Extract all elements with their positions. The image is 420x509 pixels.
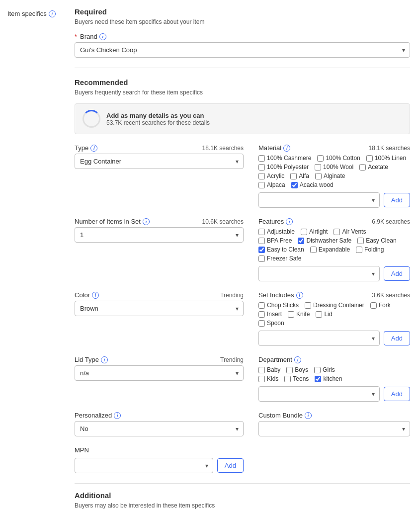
features-add-button[interactable]: Add <box>384 266 410 281</box>
mpn-select-wrapper <box>75 458 213 473</box>
feature-cb-freezersafe[interactable]: Freezer Safe <box>258 255 301 262</box>
material-cb-wool[interactable]: 100% Wool <box>315 164 353 170</box>
feature-cb-folding[interactable]: Folding <box>356 246 384 253</box>
brand-select[interactable]: Gui's Chicken Coop <box>75 42 410 58</box>
dept-cb-baby[interactable]: Baby <box>258 366 280 373</box>
custom-bundle-info-icon[interactable]: i <box>305 412 312 419</box>
set-cb-insert[interactable]: Insert <box>258 311 282 318</box>
material-add-select-wrapper <box>258 192 380 208</box>
recommended-title: Recommended <box>75 78 410 86</box>
dept-cb-girls[interactable]: Girls <box>314 366 335 373</box>
personalized-label: Personalized <box>75 412 112 419</box>
lid-type-info-icon[interactable]: i <box>101 356 108 363</box>
feature-cb-dishwasher[interactable]: Dishwasher Safe <box>298 237 351 244</box>
number-items-select[interactable]: 1 <box>75 227 244 243</box>
custom-bundle-select[interactable] <box>258 421 410 436</box>
set-cb-lid[interactable]: Lid <box>316 311 332 318</box>
material-cb-acrylic[interactable]: Acrylic <box>258 172 284 179</box>
mpn-add-button[interactable]: Add <box>217 458 244 473</box>
dept-cb-kids[interactable]: Kids <box>258 375 278 382</box>
material-checkboxes: 100% Cashmere 100% Cotton 100% Linen 100… <box>258 155 410 208</box>
required-star: * <box>75 33 77 40</box>
material-cb-cashmere[interactable]: 100% Cashmere <box>258 155 311 162</box>
feature-cb-adjustable[interactable]: Adjustable <box>258 228 295 235</box>
set-includes-add-button[interactable]: Add <box>384 331 410 345</box>
lid-type-select[interactable]: n/a <box>75 365 244 381</box>
set-cb-fork[interactable]: Fork <box>370 302 391 309</box>
type-searches: 18.1K searches <box>202 145 244 152</box>
department-info-icon[interactable]: i <box>294 356 301 363</box>
custom-bundle-select-wrapper <box>258 421 410 436</box>
required-subtitle: Buyers need these item specifics about y… <box>75 18 410 25</box>
sidebar-info-icon[interactable]: i <box>49 10 56 17</box>
material-cb-alpaca[interactable]: Alpaca <box>258 181 285 188</box>
color-info-icon[interactable]: i <box>92 292 99 299</box>
banner-spinner-icon <box>83 110 100 128</box>
lid-type-select-wrapper: n/a <box>75 365 244 381</box>
dept-cb-teens[interactable]: Teens <box>284 375 309 382</box>
type-field: Type i 18.1K searches Egg Container <box>75 144 244 208</box>
color-setincludes-row: Color i Trending Brown Set Inclu <box>75 291 410 346</box>
number-items-info-icon[interactable]: i <box>143 218 150 225</box>
material-add-row: Add <box>258 192 410 208</box>
color-field: Color i Trending Brown <box>75 291 244 346</box>
banner-subtitle: 53.7K recent searches for these details <box>106 119 210 126</box>
banner-title: Add as many details as you can <box>106 112 210 119</box>
features-label: Features <box>258 218 284 225</box>
feature-cb-expandable[interactable]: Expandable <box>310 246 350 253</box>
features-field: Features i 6.9K searches Adjustable Airt… <box>258 218 410 281</box>
feature-cb-bpafree[interactable]: BPA Free <box>258 237 292 244</box>
material-add-button[interactable]: Add <box>384 193 410 207</box>
material-cb-alginate[interactable]: Alginate <box>315 172 345 179</box>
additional-section: Additional Buyers may also be interested… <box>75 483 410 509</box>
features-info-icon[interactable]: i <box>286 218 293 225</box>
set-cb-spoon[interactable]: Spoon <box>258 320 284 327</box>
material-cb-cotton[interactable]: 100% Cotton <box>317 155 360 162</box>
personalized-select-wrapper: No <box>75 421 244 436</box>
lid-type-label: Lid Type <box>75 356 99 363</box>
personalized-select[interactable]: No <box>75 421 244 436</box>
set-cb-knife[interactable]: Knife <box>288 311 310 318</box>
number-items-label: Number of Items in Set <box>75 218 141 225</box>
dept-cb-boys[interactable]: Boys <box>286 366 308 373</box>
department-checkboxes: Baby Boys Girls Kids Teens kitchen <box>258 366 410 402</box>
material-cb-polyester[interactable]: 100% Polyester <box>258 164 309 170</box>
number-items-select-wrapper: 1 <box>75 227 244 243</box>
mpn-select[interactable] <box>75 458 213 473</box>
department-add-button[interactable]: Add <box>384 387 410 401</box>
set-includes-checkboxes: Chop Sticks Dressing Container Fork Inse… <box>258 302 410 346</box>
department-add-select-wrapper <box>258 386 380 402</box>
recommended-section: Recommended Buyers frequently search for… <box>75 78 410 473</box>
material-cb-acacia[interactable]: Acacia wood <box>291 181 334 188</box>
color-select[interactable]: Brown <box>75 301 244 316</box>
brand-info-icon[interactable]: i <box>99 33 106 40</box>
type-info-icon[interactable]: i <box>90 145 97 152</box>
features-searches: 6.9K searches <box>372 218 410 225</box>
material-add-select[interactable] <box>258 192 380 208</box>
set-includes-add-select[interactable] <box>258 331 380 346</box>
material-cb-acetate[interactable]: Acetate <box>359 164 388 170</box>
required-title: Required <box>75 7 410 16</box>
set-cb-chopsticks[interactable]: Chop Sticks <box>258 302 299 309</box>
features-add-select-wrapper <box>258 266 380 281</box>
type-select[interactable]: Egg Container <box>75 154 244 169</box>
set-includes-info-icon[interactable]: i <box>296 292 303 299</box>
department-add-select[interactable] <box>258 386 380 402</box>
features-add-select[interactable] <box>258 266 380 281</box>
items-features-row: Number of Items in Set i 10.6K searches … <box>75 218 410 281</box>
feature-cb-easyclean[interactable]: Easy Clean <box>357 237 396 244</box>
type-select-wrapper: Egg Container <box>75 154 244 169</box>
set-cb-dressing[interactable]: Dressing Container <box>305 302 364 309</box>
dept-cb-kitchen[interactable]: kitchen <box>315 375 342 382</box>
feature-cb-airtight[interactable]: Airtight <box>301 228 328 235</box>
feature-cb-easytoclean[interactable]: Easy to Clean <box>258 246 304 253</box>
feature-cb-airvents[interactable]: Air Vents <box>334 228 366 235</box>
material-info-icon[interactable]: i <box>283 145 290 152</box>
material-cb-alfa[interactable]: Alfa <box>290 172 309 179</box>
number-items-searches: 10.6K searches <box>202 218 244 225</box>
personalized-info-icon[interactable]: i <box>114 412 121 419</box>
material-cb-linen[interactable]: 100% Linen <box>366 155 406 162</box>
lid-type-tag: Trending <box>220 356 244 363</box>
additional-subtitle: Buyers may also be interested in these i… <box>75 502 410 509</box>
department-add-row: Add <box>258 386 410 402</box>
